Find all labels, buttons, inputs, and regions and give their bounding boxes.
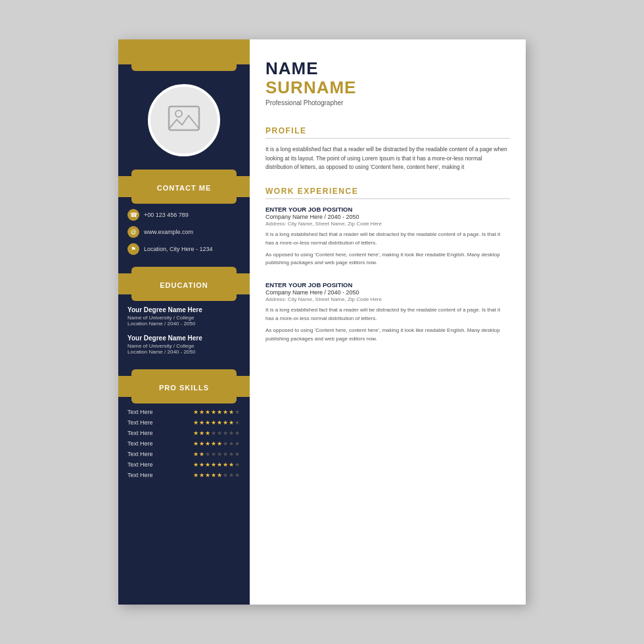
skill-item-3: Text Here★★★★★★★★ (127, 440, 241, 447)
main-content: NAME SURNAME Professional Photographer P… (250, 39, 526, 605)
edu-year-1: Location Name / 2040 - 2050 (127, 321, 241, 327)
phone-icon: ☎ (127, 209, 139, 221)
skill-item-5: Text Here★★★★★★★★ (127, 461, 241, 468)
work-desc-1a: It is a long established fact that a rea… (265, 231, 510, 248)
skill-name-3: Text Here (127, 440, 164, 447)
work-desc-2a: It is a long established fact that a rea… (265, 306, 510, 323)
work-entry-2: ENTER YOUR JOB POSITION Company Name Her… (265, 281, 510, 346)
photo-area (118, 64, 250, 170)
edu-degree-1: Your Degree Name Here (127, 306, 241, 313)
contact-phone: ☎ +00 123 456 789 (127, 209, 241, 221)
work-company-1: Company Name Here / 2040 - 2050 (265, 214, 510, 220)
job-title: Professional Photographer (265, 99, 510, 106)
work-desc-1b: As opposed to using 'Content here, conte… (265, 251, 510, 268)
skill-name-6: Text Here (127, 472, 164, 478)
name-block: NAME SURNAME Professional Photographer (265, 59, 510, 106)
education-section: Your Degree Name Here Name of University… (118, 294, 250, 369)
work-position-2: ENTER YOUR JOB POSITION (265, 281, 510, 288)
contact-location: ⚑ Location, City Here - 1234 (127, 243, 241, 255)
profile-photo (148, 84, 220, 156)
skill-name-2: Text Here (127, 430, 164, 436)
phone-text: +00 123 456 789 (144, 212, 189, 218)
skill-name-5: Text Here (127, 461, 164, 468)
work-position-1: ENTER YOUR JOB POSITION (265, 206, 510, 213)
contact-title: CONTACT ME (157, 184, 212, 192)
skill-stars-2: ★★★★★★★★ (193, 430, 241, 436)
first-name: NAME (265, 59, 510, 78)
sidebar-top-banner (118, 39, 250, 64)
skill-name-1: Text Here (127, 419, 164, 426)
skill-item-4: Text Here★★★★★★★★ (127, 451, 241, 457)
work-address-2: Address: City Name, Street Name, Zip Cod… (265, 296, 510, 302)
contact-ribbon: CONTACT ME (118, 176, 250, 197)
edu-item-1: Your Degree Name Here Name of University… (127, 306, 241, 327)
contact-section: ☎ +00 123 456 789 @ www.example.com ⚑ Lo… (118, 197, 250, 267)
work-entry-1: ENTER YOUR JOB POSITION Company Name Her… (265, 206, 510, 271)
skill-item-6: Text Here★★★★★★★★ (127, 472, 241, 478)
skill-stars-6: ★★★★★★★★ (193, 472, 241, 478)
edu-school-2: Name of University / College (127, 343, 241, 349)
svg-rect-0 (169, 106, 199, 130)
skill-item-2: Text Here★★★★★★★★ (127, 430, 241, 436)
edu-school-1: Name of University / College (127, 315, 241, 321)
work-experience-heading: WORK EXPERIENCE (265, 187, 510, 199)
edu-degree-2: Your Degree Name Here (127, 334, 241, 342)
skill-item-1: Text Here★★★★★★★★ (127, 419, 241, 426)
skills-title: PRO SKILLS (159, 384, 209, 392)
contact-ribbon-bg: CONTACT ME (118, 176, 250, 197)
resume-page: CONTACT ME ☎ +00 123 456 789 @ www.examp… (118, 39, 526, 605)
education-ribbon-bg: EDUCATION (118, 273, 250, 294)
skill-stars-1: ★★★★★★★★ (193, 419, 241, 426)
edu-year-2: Location Name / 2040 - 2050 (127, 349, 241, 355)
image-icon (168, 104, 200, 137)
profile-text: It is a long established fact that a rea… (265, 145, 510, 172)
location-text: Location, City Here - 1234 (144, 246, 213, 252)
skill-stars-3: ★★★★★★★★ (193, 440, 241, 447)
edu-item-2: Your Degree Name Here Name of University… (127, 334, 241, 355)
education-ribbon: EDUCATION (118, 273, 250, 294)
skill-name-4: Text Here (127, 451, 164, 457)
location-icon: ⚑ (127, 243, 139, 255)
work-desc-2b: As opposed to using 'Content here, conte… (265, 327, 510, 344)
website-text: www.example.com (144, 229, 193, 235)
work-address-1: Address: City Name, Street Name, Zip Cod… (265, 221, 510, 227)
skill-stars-5: ★★★★★★★★ (193, 461, 241, 468)
skills-ribbon-bg: PRO SKILLS (118, 376, 250, 397)
web-icon: @ (127, 226, 139, 238)
contact-website: @ www.example.com (127, 226, 241, 238)
skills-ribbon: PRO SKILLS (118, 376, 250, 397)
skills-section: Text Here★★★★★★★★Text Here★★★★★★★★Text H… (118, 397, 250, 605)
education-title: EDUCATION (160, 281, 208, 289)
skill-stars-0: ★★★★★★★★ (193, 409, 241, 415)
skill-item-0: Text Here★★★★★★★★ (127, 409, 241, 415)
profile-heading: PROFILE (265, 126, 510, 139)
skill-name-0: Text Here (127, 409, 164, 415)
sidebar: CONTACT ME ☎ +00 123 456 789 @ www.examp… (118, 39, 250, 605)
last-name: SURNAME (265, 78, 510, 97)
skill-stars-4: ★★★★★★★★ (193, 451, 241, 457)
work-company-2: Company Name Here / 2040 - 2050 (265, 289, 510, 296)
